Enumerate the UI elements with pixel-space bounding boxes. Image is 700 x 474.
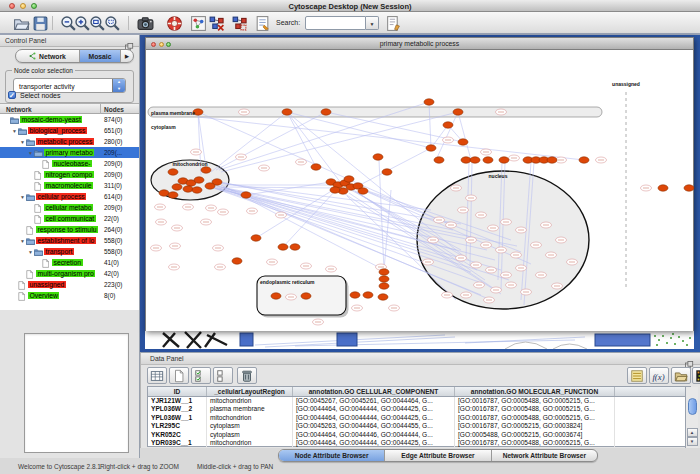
column-header[interactable]: annotation.GO MOLECULAR_FUNCTION — [455, 387, 615, 396]
network-node-selected[interactable] — [205, 183, 215, 189]
edge-overlay-icon[interactable] — [231, 15, 248, 32]
table-cell[interactable]: [GO:0016787, GO:0005488, GO:0005215, G..… — [455, 414, 615, 422]
scrollbar-thumb[interactable] — [688, 398, 697, 415]
save-session-icon[interactable] — [32, 15, 49, 32]
disclosure-triangle-icon[interactable]: ▼ — [11, 128, 18, 134]
network-node-selected[interactable] — [379, 283, 389, 289]
background-window-strip[interactable] — [145, 331, 694, 349]
network-node-selected[interactable] — [192, 187, 202, 193]
tree-row[interactable]: macromolecule311(0) — [0, 180, 139, 191]
table-cell[interactable]: [GO:0044464, GO:0044444, GO:0044425, G..… — [293, 414, 455, 422]
network-node-selected[interactable] — [426, 145, 436, 151]
network-node-selected[interactable] — [168, 169, 178, 175]
create-attribute-button[interactable] — [169, 367, 189, 384]
snapshot-icon[interactable] — [137, 15, 154, 32]
table-row[interactable]: YPL036W__2plasma membrane[GO:0044464, GO… — [148, 405, 690, 413]
edge-select-icon[interactable] — [208, 15, 225, 32]
tree-row[interactable]: response to stimulu264(0) — [0, 224, 139, 235]
tab-network[interactable]: Network — [16, 50, 80, 62]
tab-overflow-button[interactable]: ▶ — [121, 50, 133, 62]
select-all-attributes-button[interactable] — [191, 367, 211, 384]
network-node-selected[interactable] — [684, 185, 694, 191]
network-node-selected[interactable] — [434, 157, 444, 163]
table-cell[interactable]: [GO:0044464, GO:0044444, GO:0044425, G..… — [293, 405, 455, 413]
network-node-selected[interactable] — [658, 185, 668, 191]
table-cell[interactable]: YPL036W__1 — [148, 414, 207, 422]
float-panel-icon[interactable] — [125, 37, 134, 45]
network-node-selected[interactable] — [579, 157, 589, 163]
network-node-selected[interactable] — [183, 186, 193, 192]
open-file-icon[interactable] — [13, 15, 30, 32]
table-cell[interactable]: plasma membrane — [207, 405, 293, 413]
table-cell[interactable]: YPL036W__2 — [148, 405, 207, 413]
network-node-selected[interactable] — [379, 269, 389, 275]
matrix-view-button[interactable] — [692, 367, 700, 384]
table-cell[interactable]: [GO:0044464, GO:0044444, GO:0044425, G..… — [293, 439, 455, 447]
network-node-selected[interactable] — [378, 294, 388, 300]
table-cell[interactable]: [GO:0016787, GO:0005215, GO:0003824] — [455, 422, 615, 430]
table-row[interactable]: YLR295Ccytoplasm[GO:0045263, GO:0044464,… — [148, 422, 690, 430]
annotation-icon[interactable] — [254, 15, 271, 32]
tree-row[interactable]: ▼cellular process614(0) — [0, 191, 139, 202]
tree-row[interactable]: nucleobase-209(0) — [0, 158, 139, 169]
network-node-selected[interactable] — [172, 184, 182, 190]
table-cell[interactable]: mitochondrion — [207, 414, 293, 422]
network-node-selected[interactable] — [453, 109, 463, 115]
tree-row[interactable]: nitrogen compo209(0) — [0, 169, 139, 180]
table-cell[interactable]: [GO:0044464, GO:0044446, GO:0044444, G..… — [293, 431, 455, 439]
table-cell[interactable]: mitochondrion — [207, 397, 293, 405]
function-builder-button[interactable]: f(x) — [649, 367, 669, 384]
network-node-selected[interactable] — [483, 157, 493, 163]
network-node-selected[interactable] — [201, 167, 211, 173]
network-canvas[interactable]: plasma membranecytoplasmmitochondrionnuc… — [146, 50, 695, 331]
network-node-selected[interactable] — [358, 188, 368, 194]
network-node-selected[interactable] — [382, 169, 392, 175]
column-header[interactable]: ID — [148, 387, 207, 396]
table-cell[interactable]: YJR121W__1 — [148, 397, 207, 405]
select-nodes-checkbox[interactable]: ✓ — [8, 91, 16, 99]
column-header[interactable]: _cellularLayoutRegion — [207, 387, 293, 396]
tree-row[interactable]: Overview8(0) — [0, 290, 139, 301]
network-node-selected[interactable] — [168, 192, 178, 198]
table-cell[interactable]: [GO:0005488, GO:0005215, GO:0003674] — [455, 431, 615, 439]
network-node-selected[interactable] — [363, 292, 373, 298]
disclosure-triangle-icon[interactable]: ▼ — [19, 194, 26, 200]
network-node-selected[interactable] — [443, 122, 453, 128]
network-node-selected[interactable] — [461, 157, 471, 163]
network-node-selected[interactable] — [301, 293, 311, 299]
birds-eye-view[interactable] — [24, 333, 129, 453]
tree-row[interactable]: ▼transport558(0) — [0, 246, 139, 257]
network-node-selected[interactable] — [470, 157, 480, 163]
network-node-selected[interactable] — [424, 99, 434, 105]
network-node-selected[interactable] — [159, 190, 169, 196]
table-cell[interactable]: mitochondrion — [207, 439, 293, 447]
tree-row[interactable]: unassigned223(0) — [0, 279, 139, 290]
disclosure-triangle-icon[interactable]: ▼ — [19, 139, 26, 145]
table-cell[interactable]: YKR052C — [148, 431, 207, 439]
network-node-selected[interactable] — [344, 176, 354, 182]
tree-row[interactable]: ▼metabolic process280(0) — [0, 136, 139, 147]
network-node-selected[interactable] — [458, 139, 468, 145]
network-node-selected[interactable] — [194, 177, 204, 183]
table-scrollbar[interactable]: ▲ ▼ — [685, 387, 698, 448]
scroll-down-button[interactable]: ▼ — [687, 437, 698, 446]
tree-row[interactable]: mosaic-demo-yeast874(0) — [0, 114, 139, 125]
tree-row[interactable]: multi-organism pro42(0) — [0, 268, 139, 279]
network-node-selected[interactable] — [379, 276, 389, 282]
tab-mosaic[interactable]: Mosaic — [80, 50, 121, 62]
tree-row[interactable]: ▼primary metabo209(... — [0, 147, 139, 158]
network-node-selected[interactable] — [232, 258, 242, 264]
attribute-editor-icon[interactable] — [385, 15, 402, 32]
network-node-selected[interactable] — [282, 109, 292, 115]
table-cell[interactable]: cytoplasm — [207, 422, 293, 430]
table-cell[interactable]: YLR295C — [148, 422, 207, 430]
table-row[interactable]: YPL036W__1mitochondrion[GO:0044464, GO:0… — [148, 414, 690, 422]
disclosure-triangle-icon[interactable]: ▼ — [27, 249, 34, 255]
network-node-selected[interactable] — [271, 293, 281, 299]
network-node-selected[interactable] — [290, 244, 300, 250]
tree-row[interactable]: cell communicat22(0) — [0, 213, 139, 224]
import-attributes-button[interactable] — [671, 367, 691, 384]
network-node-selected[interactable] — [350, 292, 360, 298]
table-row[interactable]: YKR052Ccytoplasm[GO:0044464, GO:0044446,… — [148, 431, 690, 439]
table-cell[interactable]: [GO:0045263, GO:0044464, GO:0044455, G..… — [293, 422, 455, 430]
